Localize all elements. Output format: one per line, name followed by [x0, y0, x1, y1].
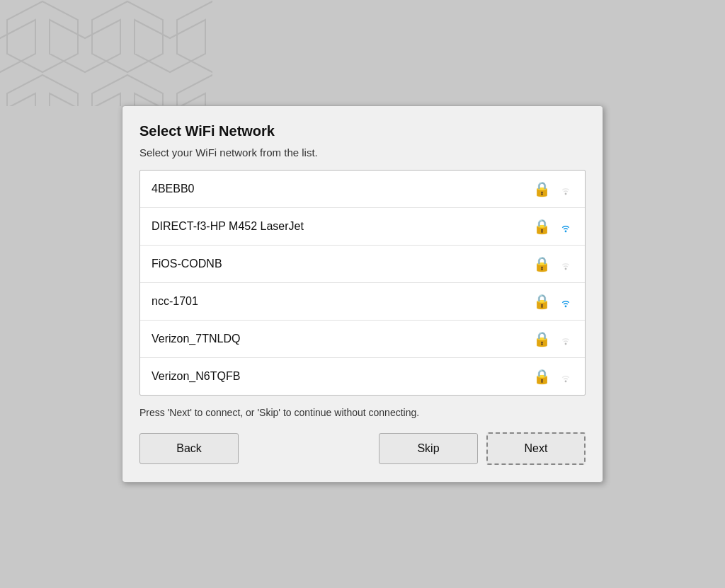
- wifi-signal-icon: [558, 256, 573, 272]
- next-button[interactable]: Next: [486, 432, 586, 465]
- network-item[interactable]: DIRECT-f3-HP M452 LaserJet🔒: [140, 208, 585, 246]
- network-name: FiOS-CODNB: [152, 258, 533, 270]
- network-icons: 🔒: [533, 218, 573, 235]
- network-item[interactable]: ncc-1701🔒: [140, 283, 585, 321]
- network-name: 4BEBB0: [152, 183, 533, 195]
- network-icons: 🔒: [533, 368, 573, 385]
- lock-icon: 🔒: [533, 368, 551, 385]
- lock-icon: 🔒: [533, 218, 551, 235]
- skip-button[interactable]: Skip: [379, 433, 478, 464]
- network-icons: 🔒: [533, 255, 573, 272]
- wifi-signal-icon: [558, 369, 573, 384]
- network-name: Verizon_7TNLDQ: [152, 333, 533, 345]
- dialog-note: Press 'Next' to connect, or 'Skip' to co…: [139, 407, 586, 418]
- network-name: Verizon_N6TQFB: [152, 370, 533, 383]
- back-button[interactable]: Back: [139, 433, 239, 464]
- dialog-buttons: Back Skip Next: [139, 432, 586, 465]
- wifi-dialog: Select WiFi Network Select your WiFi net…: [122, 105, 603, 483]
- dialog-subtitle: Select your WiFi network from the list.: [139, 146, 586, 158]
- svg-rect-3: [0, 0, 212, 106]
- dialog-title: Select WiFi Network: [139, 123, 586, 139]
- network-icons: 🔒: [533, 180, 573, 197]
- lock-icon: 🔒: [533, 330, 551, 347]
- network-icons: 🔒: [533, 330, 573, 347]
- network-name: DIRECT-f3-HP M452 LaserJet: [152, 220, 533, 233]
- wifi-signal-icon: [558, 331, 573, 347]
- network-name: ncc-1701: [152, 295, 533, 308]
- wifi-signal-icon: [558, 219, 573, 234]
- network-item[interactable]: 4BEBB0🔒: [140, 171, 585, 208]
- network-item[interactable]: Verizon_7TNLDQ🔒: [140, 321, 585, 358]
- network-item[interactable]: FiOS-CODNB🔒: [140, 246, 585, 283]
- lock-icon: 🔒: [533, 180, 551, 197]
- network-item[interactable]: Verizon_N6TQFB🔒: [140, 358, 585, 395]
- network-icons: 🔒: [533, 293, 573, 310]
- wifi-signal-icon: [558, 294, 573, 309]
- lock-icon: 🔒: [533, 293, 551, 310]
- network-list: 4BEBB0🔒 DIRECT-f3-HP M452 LaserJet🔒 FiOS…: [139, 170, 586, 396]
- wifi-signal-icon: [558, 181, 573, 197]
- lock-icon: 🔒: [533, 255, 551, 272]
